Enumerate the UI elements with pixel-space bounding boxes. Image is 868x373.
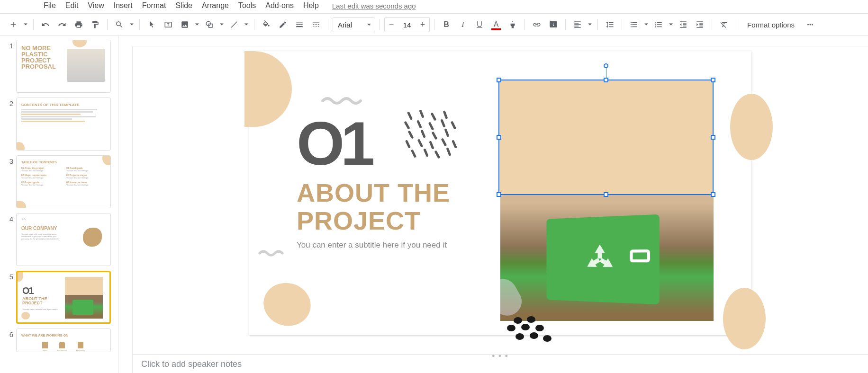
text-color-button[interactable]: A xyxy=(488,17,504,32)
menu-addons[interactable]: Add-ons xyxy=(261,0,298,12)
svg-rect-13 xyxy=(315,26,316,27)
font-size-input[interactable] xyxy=(398,21,416,29)
slide-stage[interactable]: O1 About theProject You can enter a subt… xyxy=(133,46,868,354)
menu-slide[interactable]: Slide xyxy=(171,0,197,12)
clear-formatting-button[interactable] xyxy=(716,17,732,32)
bold-button[interactable]: B xyxy=(439,17,454,32)
notes-resize-grip[interactable]: ● ● ● xyxy=(492,353,509,358)
line-button[interactable] xyxy=(226,17,242,32)
redo-button[interactable] xyxy=(54,17,70,32)
slide-number-heading[interactable]: O1 xyxy=(297,113,371,174)
decoration-blob xyxy=(730,94,773,160)
squiggle-decoration xyxy=(320,94,363,108)
align-dropdown[interactable] xyxy=(587,17,593,32)
slide-thumbnail-4[interactable]: ∿∿ OUR COMPANY You can place a bit more … xyxy=(16,213,111,266)
speaker-notes-placeholder: Click to add speaker notes xyxy=(141,359,242,369)
menu-view[interactable]: View xyxy=(83,0,108,12)
resize-handle-br[interactable] xyxy=(711,192,715,197)
resize-handle-tl[interactable] xyxy=(497,78,501,82)
menu-arrange[interactable]: Arrange xyxy=(197,0,234,12)
menu-edit[interactable]: Edit xyxy=(61,0,83,12)
underline-button[interactable]: U xyxy=(472,17,487,32)
thumb-number: 5 xyxy=(5,271,13,281)
menu-help[interactable]: Help xyxy=(298,0,324,12)
bin-handle xyxy=(630,249,650,262)
font-size-decrease[interactable]: − xyxy=(385,18,398,32)
fill-color-button[interactable] xyxy=(259,17,274,32)
recycle-icon xyxy=(579,238,621,281)
svg-rect-5 xyxy=(296,22,303,23)
slide-title[interactable]: About theProject xyxy=(297,179,450,235)
numbered-list-button[interactable] xyxy=(651,17,666,32)
indent-increase-button[interactable] xyxy=(692,17,707,32)
shape-dropdown[interactable] xyxy=(218,17,225,32)
border-weight-button[interactable] xyxy=(292,17,307,32)
svg-text:T: T xyxy=(167,23,169,27)
last-edit-link[interactable]: Last edit was seconds ago xyxy=(332,2,416,10)
font-size-increase[interactable]: + xyxy=(416,18,429,32)
resize-handle-tm[interactable] xyxy=(604,78,608,82)
image-button[interactable] xyxy=(177,17,192,32)
horizontal-ruler[interactable] xyxy=(133,36,868,46)
resize-handle-ml[interactable] xyxy=(497,135,501,140)
vertical-ruler[interactable] xyxy=(118,46,133,373)
paint-format-button[interactable] xyxy=(88,17,103,32)
textbox-button[interactable]: T xyxy=(161,17,176,32)
print-button[interactable] xyxy=(71,17,86,32)
resize-handle-mr[interactable] xyxy=(711,135,715,140)
more-button[interactable] xyxy=(803,17,818,32)
new-slide-button[interactable] xyxy=(6,17,21,32)
format-options-button[interactable]: Format options xyxy=(741,17,801,32)
italic-button[interactable]: I xyxy=(455,17,470,32)
line-spacing-button[interactable] xyxy=(602,17,617,32)
zoom-dropdown[interactable] xyxy=(128,17,135,32)
thumb-number: 3 xyxy=(5,155,13,165)
decoration-blob xyxy=(259,278,316,331)
slide-thumbnail-3[interactable]: TABLE OF CONTENTS 01 About the projectYo… xyxy=(16,155,111,208)
slide-subtitle[interactable]: You can enter a subtitle here if you nee… xyxy=(297,240,447,250)
bulleted-list-button[interactable] xyxy=(626,17,642,32)
line-dropdown[interactable] xyxy=(243,17,250,32)
squiggle-decoration xyxy=(258,248,286,258)
shape-button[interactable] xyxy=(202,17,217,32)
zoom-button[interactable] xyxy=(112,17,127,32)
align-button[interactable] xyxy=(570,17,585,32)
resize-handle-tr[interactable] xyxy=(711,78,715,82)
highlight-button[interactable] xyxy=(505,17,520,32)
menu-bar: File Edit View Insert Format Slide Arran… xyxy=(0,0,868,13)
slide-thumbnail-panel[interactable]: 1 NO MORE PLASTIC PROJECT PROPOSAL 2 CON… xyxy=(0,36,118,373)
link-button[interactable] xyxy=(529,17,544,32)
menu-tools[interactable]: Tools xyxy=(234,0,261,12)
svg-point-20 xyxy=(810,24,811,26)
slide-thumbnail-1[interactable]: NO MORE PLASTIC PROJECT PROPOSAL xyxy=(16,40,111,93)
menu-format[interactable]: Format xyxy=(137,0,171,12)
svg-point-19 xyxy=(807,24,809,26)
decoration-blob xyxy=(723,288,766,349)
svg-rect-6 xyxy=(296,24,303,25)
menu-file[interactable]: File xyxy=(39,0,61,12)
svg-rect-12 xyxy=(313,26,314,27)
select-tool[interactable] xyxy=(144,17,159,32)
bulleted-list-dropdown[interactable] xyxy=(643,17,650,32)
slide-thumbnail-6[interactable]: WHAT WE ARE WORKING ON Retail Residentia… xyxy=(16,329,111,352)
comment-button[interactable] xyxy=(546,17,561,32)
border-color-button[interactable] xyxy=(275,17,290,32)
font-family-select[interactable]: Arial xyxy=(333,17,375,32)
slide-canvas[interactable]: O1 About theProject You can enter a subt… xyxy=(249,51,751,335)
speaker-notes[interactable]: ● ● ● Click to add speaker notes xyxy=(133,354,868,373)
menu-insert[interactable]: Insert xyxy=(109,0,137,12)
svg-rect-7 xyxy=(296,26,303,27)
resize-handle-bl[interactable] xyxy=(497,192,501,197)
rotate-handle[interactable] xyxy=(604,63,608,68)
border-dash-button[interactable] xyxy=(308,17,324,32)
slide-thumbnail-5[interactable]: O1 ABOUT THEPROJECT You can enter a subt… xyxy=(16,271,111,324)
undo-button[interactable] xyxy=(38,17,53,32)
new-slide-dropdown[interactable] xyxy=(22,17,29,32)
slide-thumbnail-2[interactable]: CONTENTS OF THIS TEMPLATE xyxy=(16,98,111,151)
indent-decrease-button[interactable] xyxy=(676,17,691,32)
svg-point-21 xyxy=(812,24,813,26)
image-dropdown[interactable] xyxy=(194,17,200,32)
numbered-list-dropdown[interactable] xyxy=(668,17,674,32)
resize-handle-bm[interactable] xyxy=(604,192,608,197)
svg-rect-8 xyxy=(313,23,319,24)
